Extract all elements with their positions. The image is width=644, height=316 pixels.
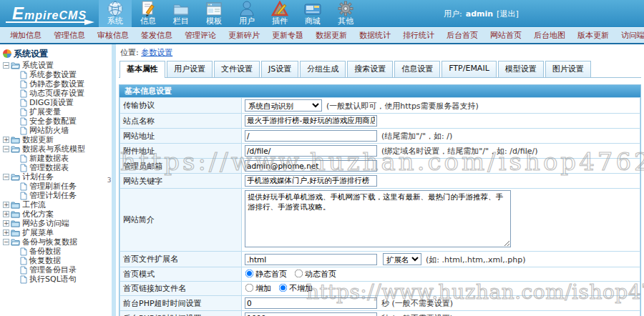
form-row-site-url: 网站地址(结尾需加"/"，如: /) — [120, 129, 640, 144]
form-row-site-description: 网站简介 — [120, 189, 640, 252]
sidebar-root-label: 系统设置 — [14, 48, 48, 60]
form-row-site-keywords: 网站关键字 — [120, 174, 640, 189]
toolbar-item-4[interactable]: 管理评论 — [185, 30, 216, 41]
topnav-item-2[interactable]: 栏目 — [165, 0, 197, 27]
breadcrumb-link[interactable]: 参数设置 — [141, 48, 172, 57]
sidebar-tree: −系统设置系统参数设置伪静态参数设置动态页缓存设置DIGG顶设置扩展变量安全参数… — [3, 61, 106, 284]
index-mode-radio-1[interactable]: 动态首页 — [294, 270, 336, 279]
form-row-back-php-timeout: 后台PHP超时时间设置秒 (一般不需要设置) — [120, 311, 640, 316]
index-mode-radio-input-0[interactable] — [245, 270, 254, 278]
logout-link[interactable]: [退出] — [497, 9, 519, 19]
topnav-item-3[interactable]: 模板 — [197, 0, 230, 27]
tree-item-15[interactable]: +工作流 — [3, 200, 106, 209]
attachment-url-input[interactable] — [245, 145, 377, 157]
protocol-select[interactable]: 系统自动识别 — [245, 99, 322, 112]
user-box: 用户: admin [退出] — [444, 0, 519, 27]
tab-6[interactable]: 信息设置 — [394, 61, 440, 77]
toolbar-item-1[interactable]: 管理信息 — [54, 30, 85, 41]
folder-closed-icon — [11, 201, 20, 209]
site-description-textarea[interactable] — [245, 190, 511, 247]
topnav-item-label: 插件 — [272, 16, 288, 26]
tab-2[interactable]: 文件设置 — [214, 61, 260, 77]
toolbar-item-5[interactable]: 更新碎片 — [228, 30, 260, 41]
tree-expander-icon[interactable]: + — [3, 211, 9, 217]
toolbar-item-12[interactable]: 后台地图 — [534, 30, 565, 41]
topnav-item-0[interactable]: 系统 — [99, 0, 132, 27]
tree-expander-icon[interactable]: − — [3, 174, 9, 180]
sidebar: 系统设置 −系统设置系统参数设置伪静态参数设置动态页缓存设置DIGG顶设置扩展变… — [0, 44, 107, 316]
field-label-index-ext: 首页文件扩展名 — [120, 252, 242, 267]
tab-4[interactable]: 分组生成 — [300, 61, 346, 77]
index-link-filename-radio-input-1[interactable] — [279, 284, 288, 292]
tab-0[interactable]: 基本属性 — [119, 61, 165, 78]
toolbar-item-2[interactable]: 审核信息 — [97, 30, 129, 41]
tree-expander-icon[interactable]: − — [3, 146, 9, 152]
tree-item-17[interactable]: +网站多访问端 — [3, 219, 106, 228]
topnav-item-5[interactable]: 插件 — [263, 0, 296, 27]
index-link-filename-radio-input-0[interactable] — [245, 284, 254, 292]
tab-5[interactable]: 搜索设置 — [347, 61, 393, 77]
site-name-input[interactable] — [245, 115, 377, 127]
topnav-item-1[interactable]: 信息 — [132, 0, 165, 27]
toolbar-item-11[interactable]: 网站首页 — [490, 30, 522, 41]
toolbar-item-13[interactable]: 版本更新 — [577, 30, 609, 41]
tree-expander-icon[interactable]: − — [3, 62, 9, 69]
index-link-filename-radio-0[interactable]: 增加 — [245, 284, 271, 293]
index-link-filename-radio-1[interactable]: 不增加 — [278, 284, 313, 293]
page-icon — [20, 71, 27, 79]
index-mode-radio-0[interactable]: 静态首页 — [245, 270, 287, 279]
tree-item-7[interactable]: 网站防火墙 — [3, 126, 106, 135]
field-label-protocol: 传输协议 — [120, 98, 242, 114]
topnav-item-7[interactable]: 其他 — [329, 0, 362, 27]
field-value-site-url: (结尾需加"/"，如: /) — [242, 129, 640, 144]
top-nav: 系统信息栏目模板用户插件商城其他 — [99, 0, 362, 27]
tab-9[interactable]: 图片设置 — [545, 61, 591, 77]
field-value-index-ext: 扩展名(如: .html,.htm,.xml,.php) — [242, 252, 640, 267]
toolbar-item-9[interactable]: 排行统计 — [403, 30, 434, 41]
page-icon — [20, 266, 27, 275]
toolbar-item-6[interactable]: 更新专题 — [272, 30, 303, 41]
page-icon — [20, 127, 27, 135]
topnav-item-4[interactable]: 用户 — [230, 0, 263, 27]
template-window-icon — [206, 2, 222, 16]
toolbar-item-3[interactable]: 签发信息 — [141, 30, 172, 41]
tree-expander-icon[interactable]: + — [3, 220, 9, 227]
username: admin — [466, 9, 493, 19]
topnav-item-6[interactable]: 商城 — [296, 0, 329, 27]
tree-expander-icon[interactable]: + — [3, 137, 9, 143]
toolbar-item-10[interactable]: 后台首页 — [447, 30, 478, 41]
site-keywords-input[interactable] — [245, 175, 377, 187]
form-row-attachment-url: 附件地址(绑定域名时设置，结尾需加"/"，如: /d/file/) — [120, 144, 640, 159]
page-icon — [20, 257, 27, 265]
tab-7[interactable]: FTP/EMAIL — [441, 61, 497, 77]
tree-item-23[interactable]: 执行SQL语句 — [3, 275, 106, 284]
index-ext-input[interactable] — [245, 254, 377, 265]
index-ext-ext-select[interactable]: 扩展名 — [383, 253, 421, 265]
page-icon — [20, 80, 27, 89]
toolbar-item-0[interactable]: 增加信息 — [10, 30, 42, 41]
tree-expander-icon[interactable]: + — [3, 202, 9, 208]
back-php-timeout-input[interactable] — [245, 312, 377, 316]
tab-8[interactable]: 模型设置 — [498, 61, 544, 77]
field-value-front-php-timeout: 秒 (一般不需要设置) — [242, 296, 640, 311]
front-php-timeout-input[interactable] — [245, 297, 377, 309]
site-url-input[interactable] — [245, 130, 377, 142]
tree-item-11[interactable]: 管理数据表 — [3, 163, 106, 172]
toolbar-item-8[interactable]: 数据统计 — [359, 30, 391, 41]
field-value-site-description — [242, 189, 640, 252]
tree-expander-icon[interactable]: + — [3, 229, 9, 236]
tab-3[interactable]: JS设置 — [261, 61, 298, 77]
tree-item-14[interactable]: 管理计划任务 — [3, 191, 106, 200]
admin-email-input[interactable] — [245, 160, 377, 172]
tree-expander-icon[interactable]: − — [3, 239, 9, 245]
toolbar-item-7[interactable]: 数据更新 — [316, 30, 347, 41]
field-label-attachment-url: 附件地址 — [120, 144, 242, 159]
folder-closed-icon — [11, 210, 20, 218]
tree-item-label: 执行SQL语句 — [29, 274, 77, 285]
field-value-index-mode: 静态首页动态首页 — [242, 267, 640, 282]
index-mode-radio-input-1[interactable] — [295, 270, 303, 278]
page-icon — [20, 154, 27, 163]
splitter-bar[interactable] — [111, 44, 116, 316]
tab-1[interactable]: 用户设置 — [167, 61, 213, 77]
folder-closed-icon — [11, 229, 20, 237]
